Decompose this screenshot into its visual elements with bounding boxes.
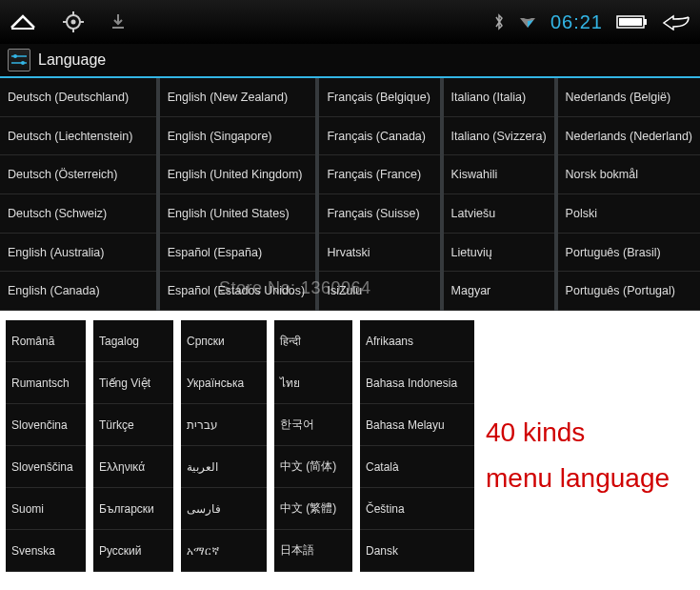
device-frame: 06:21 Language Deutsch (Deutschland)Deut… xyxy=(0,0,700,311)
language-option[interactable]: 한국어 xyxy=(274,404,352,446)
language-option[interactable]: Norsk bokmål xyxy=(558,155,700,194)
lang-bcol-4: AfrikaansBahasa IndonesiaBahasa MelayuCa… xyxy=(360,320,474,572)
language-option[interactable]: العربية xyxy=(181,446,267,488)
language-option[interactable]: Português (Brasil) xyxy=(558,234,700,273)
language-option[interactable]: Français (Suisse) xyxy=(319,194,439,234)
language-columns-bottom: RomânăRumantschSlovenčinaSlovenščinaSuom… xyxy=(6,320,474,572)
home-icon[interactable] xyxy=(10,12,36,31)
language-option[interactable]: Nederlands (Nederland) xyxy=(558,117,700,156)
battery-icon xyxy=(616,14,649,30)
language-option[interactable]: Kiswahili xyxy=(444,155,554,194)
language-option[interactable]: Slovenščina xyxy=(6,446,86,488)
language-option[interactable]: Français (Canada) xyxy=(319,117,439,156)
svg-rect-0 xyxy=(11,28,34,30)
lang-bcol-0: RomânăRumantschSlovenčinaSlovenščinaSuom… xyxy=(6,320,86,572)
language-option[interactable]: Deutsch (Schweiz) xyxy=(0,194,156,234)
language-option[interactable]: Magyar xyxy=(444,272,554,311)
language-option[interactable]: Français (France) xyxy=(319,155,439,194)
language-option[interactable]: Български xyxy=(93,488,173,530)
language-option[interactable]: ไทย xyxy=(274,362,352,404)
svg-rect-9 xyxy=(644,19,647,25)
language-option[interactable]: Hrvatski xyxy=(319,234,439,273)
language-option[interactable]: English (Australia) xyxy=(0,234,156,273)
back-icon[interactable] xyxy=(662,13,690,31)
svg-rect-10 xyxy=(619,18,642,26)
svg-point-2 xyxy=(71,20,76,25)
language-option[interactable]: Tiếng Việt xyxy=(93,362,173,404)
language-option[interactable]: Română xyxy=(6,320,86,362)
language-option[interactable]: Ελληνικά xyxy=(93,446,173,488)
language-option[interactable]: Afrikaans xyxy=(360,320,474,362)
language-option[interactable]: Español (España) xyxy=(160,234,316,273)
language-option[interactable]: English (United Kingdom) xyxy=(160,155,316,194)
language-option[interactable]: Italiano (Italia) xyxy=(444,78,554,117)
wifi-icon xyxy=(518,14,537,30)
lang-col-1: English (New Zealand)English (Singapore)… xyxy=(160,78,320,311)
language-option[interactable]: 中文 (繁體) xyxy=(274,488,352,530)
language-option[interactable]: Lietuvių xyxy=(444,234,554,273)
language-option[interactable]: Latviešu xyxy=(444,194,554,234)
language-option[interactable]: हिन्दी xyxy=(274,320,352,362)
language-option[interactable]: Rumantsch xyxy=(6,362,86,404)
svg-rect-7 xyxy=(112,27,124,29)
lang-col-0: Deutsch (Deutschland)Deutsch (Liechtenst… xyxy=(0,78,160,311)
language-option[interactable]: Čeština xyxy=(360,488,474,530)
language-option[interactable]: Español (Estados Unidos) xyxy=(160,272,316,311)
lang-bcol-1: TagalogTiếng ViệtTürkçeΕλληνικάБългарски… xyxy=(93,320,173,572)
language-option[interactable]: Українська xyxy=(181,362,267,404)
language-option[interactable]: Bahasa Melayu xyxy=(360,404,474,446)
page-title: Language xyxy=(38,51,106,69)
lang-bcol-2: СрпскиУкраїнськаעבריתالعربيةفارسیአማርኛ xyxy=(181,320,267,572)
language-option[interactable]: 中文 (简体) xyxy=(274,446,352,488)
language-option[interactable]: Polski xyxy=(558,194,700,234)
language-option[interactable]: Bahasa Indonesia xyxy=(360,362,474,404)
settings-slider-icon[interactable] xyxy=(8,49,30,71)
language-option[interactable]: 日本語 xyxy=(274,530,352,572)
android-status-bar: 06:21 xyxy=(0,0,700,44)
language-option[interactable]: فارسی xyxy=(181,488,267,530)
language-option[interactable]: English (Canada) xyxy=(0,272,156,311)
caption-line-2: menu language xyxy=(486,456,670,501)
language-option[interactable]: Deutsch (Deutschland) xyxy=(0,78,156,117)
bluetooth-icon xyxy=(493,13,505,31)
status-clock: 06:21 xyxy=(550,11,603,33)
language-option[interactable]: IsiZulu xyxy=(319,272,439,311)
language-option[interactable]: English (United States) xyxy=(160,194,316,234)
language-option[interactable]: Português (Portugal) xyxy=(558,272,700,311)
gear-icon[interactable] xyxy=(63,11,84,32)
language-option[interactable]: Deutsch (Liechtenstein) xyxy=(0,117,156,156)
language-option[interactable]: Deutsch (Österreich) xyxy=(0,155,156,194)
language-option[interactable]: עברית xyxy=(181,404,267,446)
language-option[interactable]: Tagalog xyxy=(93,320,173,362)
language-option[interactable]: English (Singapore) xyxy=(160,117,316,156)
lang-bcol-3: हिन्दीไทย한국어中文 (简体)中文 (繁體)日本語 xyxy=(274,320,352,572)
language-option[interactable]: Italiano (Svizzera) xyxy=(444,117,554,156)
language-option[interactable]: Српски xyxy=(181,320,267,362)
language-option[interactable]: አማርኛ xyxy=(181,530,267,572)
language-option[interactable]: Nederlands (België) xyxy=(558,78,700,117)
language-option[interactable]: Slovenčina xyxy=(6,404,86,446)
language-columns-top: Deutsch (Deutschland)Deutsch (Liechtenst… xyxy=(0,78,700,311)
lang-col-2: Français (Belgique)Français (Canada)Fran… xyxy=(319,78,443,311)
svg-point-14 xyxy=(21,61,25,65)
caption-text: 40 kinds menu language xyxy=(486,410,670,501)
language-option[interactable]: Català xyxy=(360,446,474,488)
settings-header: Language xyxy=(0,44,700,78)
caption-line-1: 40 kinds xyxy=(486,410,670,456)
language-option[interactable]: Dansk xyxy=(360,530,474,572)
download-icon[interactable] xyxy=(110,13,126,31)
svg-point-12 xyxy=(13,54,17,58)
language-option[interactable]: Русский xyxy=(93,530,173,572)
lang-col-4: Nederlands (België)Nederlands (Nederland… xyxy=(558,78,700,311)
language-option[interactable]: Suomi xyxy=(6,488,86,530)
language-option[interactable]: English (New Zealand) xyxy=(160,78,316,117)
language-option[interactable]: Svenska xyxy=(6,530,86,572)
lang-col-3: Italiano (Italia)Italiano (Svizzera)Kisw… xyxy=(444,78,558,311)
language-option[interactable]: Français (Belgique) xyxy=(319,78,439,117)
language-option[interactable]: Türkçe xyxy=(93,404,173,446)
